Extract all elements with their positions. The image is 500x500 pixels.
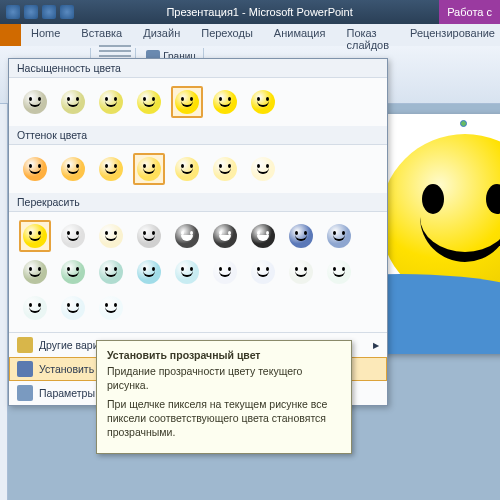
app-name: Microsoft PowerPoint: [249, 6, 353, 18]
saturation-grid: [9, 78, 387, 126]
tooltip-text: При щелчке пикселя на текущем рисунке вс…: [107, 398, 341, 439]
tone-grid: [9, 145, 387, 193]
color-swatch[interactable]: [285, 256, 317, 288]
color-swatch[interactable]: [171, 86, 203, 118]
tab-переходы[interactable]: Переходы: [191, 24, 264, 46]
selection-handle[interactable]: [460, 120, 467, 127]
color-swatch[interactable]: [171, 153, 203, 185]
color-swatch[interactable]: [133, 153, 165, 185]
color-swatch[interactable]: [95, 220, 127, 252]
color-swatch[interactable]: [171, 256, 203, 288]
tab-home[interactable]: Home: [21, 24, 71, 46]
context-tab-group[interactable]: Работа с: [439, 0, 500, 24]
quick-access-toolbar: [0, 5, 80, 19]
tab-анимация[interactable]: Анимация: [264, 24, 337, 46]
color-swatch[interactable]: [209, 153, 241, 185]
color-swatch[interactable]: [323, 220, 355, 252]
color-swatch[interactable]: [57, 256, 89, 288]
save-icon[interactable]: [24, 5, 38, 19]
color-swatch[interactable]: [247, 220, 279, 252]
mouth-shape: [420, 212, 500, 262]
color-swatch[interactable]: [19, 292, 51, 324]
eye-shape: [486, 184, 500, 214]
color-swatch[interactable]: [19, 256, 51, 288]
color-swatch[interactable]: [133, 256, 165, 288]
color-swatch[interactable]: [19, 86, 51, 118]
color-swatch[interactable]: [285, 220, 317, 252]
color-swatch[interactable]: [19, 220, 51, 252]
tab-вставка[interactable]: Вставка: [71, 24, 133, 46]
color-swatch[interactable]: [57, 86, 89, 118]
slide-panel[interactable]: [0, 104, 8, 500]
recolor-header: Перекрасить: [9, 193, 387, 212]
style-thumb[interactable]: [99, 50, 131, 52]
eyedropper-icon: [17, 361, 33, 377]
window-title: Презентация1 - Microsoft PowerPoint: [80, 6, 439, 18]
saturation-header: Насыщенность цвета: [9, 59, 387, 78]
color-swatch[interactable]: [247, 153, 279, 185]
color-swatch[interactable]: [57, 220, 89, 252]
eye-shape: [422, 184, 444, 214]
tab-дизайн[interactable]: Дизайн: [133, 24, 191, 46]
chevron-right-icon: ▶: [373, 341, 379, 350]
style-thumb[interactable]: [99, 45, 131, 47]
tab-file[interactable]: [0, 24, 21, 46]
color-swatch[interactable]: [323, 256, 355, 288]
color-swatch[interactable]: [209, 86, 241, 118]
color-swatch[interactable]: [19, 153, 51, 185]
color-swatch[interactable]: [57, 153, 89, 185]
color-swatch[interactable]: [133, 86, 165, 118]
color-swatch[interactable]: [95, 292, 127, 324]
color-swatch[interactable]: [171, 220, 203, 252]
color-swatch[interactable]: [57, 292, 89, 324]
settings-icon: [17, 385, 33, 401]
color-swatch[interactable]: [95, 256, 127, 288]
redo-icon[interactable]: [60, 5, 74, 19]
color-swatch[interactable]: [247, 256, 279, 288]
title-bar: Презентация1 - Microsoft PowerPoint Рабо…: [0, 0, 500, 24]
color-swatch[interactable]: [95, 153, 127, 185]
tooltip-title: Установить прозрачный цвет: [107, 349, 341, 361]
tab-показ слайдов[interactable]: Показ слайдов: [336, 24, 400, 46]
recolor-grid: [9, 212, 387, 332]
palette-icon: [17, 337, 33, 353]
tone-header: Оттенок цвета: [9, 126, 387, 145]
style-thumb[interactable]: [99, 55, 131, 57]
color-swatch[interactable]: [209, 256, 241, 288]
undo-icon[interactable]: [42, 5, 56, 19]
color-swatch[interactable]: [133, 220, 165, 252]
ribbon-tabs: HomeВставкаДизайнПереходыАнимацияПоказ с…: [0, 24, 500, 46]
tooltip-text: Придание прозрачности цвету текущего рис…: [107, 365, 341, 392]
tab-рецензирование[interactable]: Рецензирование: [400, 24, 500, 46]
app-icon[interactable]: [6, 5, 20, 19]
color-swatch[interactable]: [247, 86, 279, 118]
color-swatch[interactable]: [209, 220, 241, 252]
color-swatch[interactable]: [95, 86, 127, 118]
doc-name: Презентация1: [166, 6, 239, 18]
tooltip: Установить прозрачный цвет Придание проз…: [96, 340, 352, 454]
